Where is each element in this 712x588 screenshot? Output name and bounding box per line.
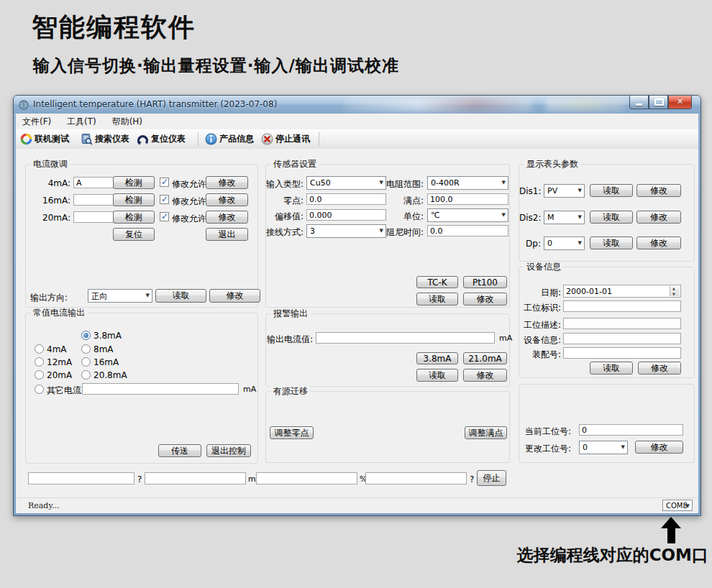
detect-button[interactable]: 检测 — [113, 193, 155, 206]
read-button[interactable]: 读取 — [590, 236, 633, 249]
unit-select[interactable]: ℃ — [427, 208, 508, 222]
send-button[interactable]: 传送 — [158, 444, 201, 457]
exit-button[interactable]: 退出 — [206, 228, 248, 241]
group-device-info: 设备信息 日期: 2000-01-01 工位标识: 工位描述: 设备信息: 装配… — [519, 267, 695, 378]
toolbar-stop-comm[interactable]: 停止通讯 — [261, 132, 310, 146]
monitor-input-1[interactable] — [28, 472, 134, 484]
monitor-input-3[interactable] — [256, 472, 357, 484]
menu-help[interactable]: 帮助(H) — [106, 114, 149, 128]
radio-8ma[interactable] — [81, 344, 91, 354]
other-current-input[interactable] — [82, 383, 239, 395]
allow-modify-checkbox[interactable] — [160, 212, 169, 221]
modify-button[interactable]: 修改 — [635, 441, 683, 454]
radio-20p8ma[interactable] — [81, 370, 91, 380]
detect-button[interactable]: 检测 — [113, 176, 155, 189]
modify-button[interactable]: 修改 — [636, 236, 681, 249]
group-title: 常值电流输出 — [30, 308, 88, 318]
allow-modify-checkbox[interactable] — [160, 178, 169, 187]
read-button[interactable]: 读取 — [416, 293, 458, 306]
trim-20ma-input[interactable] — [73, 211, 114, 223]
allow-modify-checkbox[interactable] — [160, 195, 169, 204]
read-button[interactable]: 读取 — [590, 211, 633, 224]
menu-file[interactable]: 文件(F) — [16, 114, 58, 128]
status-text: Ready... — [28, 501, 60, 510]
radio-20ma[interactable] — [35, 370, 44, 380]
info-icon — [205, 133, 217, 145]
zero-input[interactable] — [306, 193, 386, 205]
alarm-low-button[interactable]: 3.8mA — [416, 352, 458, 364]
adjust-zero-button[interactable]: 调整零点 — [270, 426, 314, 439]
read-button[interactable]: 读取 — [590, 362, 633, 375]
unit-label: 单位: — [381, 211, 424, 223]
reset-button[interactable]: 复位 — [113, 228, 155, 241]
modify-button[interactable]: 修改 — [463, 369, 507, 382]
dis2-select[interactable]: M — [544, 211, 585, 224]
selected-value: COM8 — [666, 502, 688, 510]
alarm-current-input[interactable] — [316, 332, 495, 344]
radio-3p8ma[interactable] — [81, 331, 91, 340]
trim-4ma-input[interactable] — [73, 177, 114, 188]
offset-input[interactable] — [306, 209, 386, 221]
modify-button[interactable]: 修改 — [463, 293, 507, 306]
desc-input[interactable] — [563, 318, 681, 329]
read-button[interactable]: 读取 — [155, 289, 206, 303]
selected-value: 0 — [583, 443, 588, 452]
detect-button[interactable]: 检测 — [113, 211, 155, 224]
maximize-button[interactable] — [649, 96, 668, 109]
monitor-input-2[interactable] — [145, 472, 246, 484]
selected-value: Cu50 — [310, 178, 331, 188]
minimize-button[interactable] — [629, 96, 649, 109]
stop-button[interactable]: 停止 — [477, 470, 506, 486]
group-station: 当前工位号: 更改工位号: 0 修改 — [519, 384, 695, 463]
pt100-button[interactable]: Pt100 — [463, 276, 507, 288]
output-direction-select[interactable]: 正向 — [88, 289, 152, 303]
modify-button[interactable]: 修改 — [638, 362, 681, 375]
dp-select[interactable]: 0 — [544, 236, 585, 250]
radio-label: 20.8mA — [93, 370, 127, 380]
menu-tools[interactable]: 工具(T) — [60, 114, 103, 128]
input-type-select[interactable]: Cu50 — [306, 176, 386, 190]
radio-12ma[interactable] — [35, 357, 44, 367]
trim-16ma-input[interactable] — [73, 194, 114, 206]
toolbar-label: 联机测试 — [35, 133, 69, 145]
read-button[interactable]: 读取 — [590, 184, 633, 197]
dis1-select[interactable]: PV — [544, 184, 585, 198]
toolbar-online-test[interactable]: 联机测试 — [20, 132, 69, 146]
full-input[interactable] — [427, 193, 508, 205]
date-spinner[interactable] — [670, 286, 680, 296]
resistance-range-select[interactable]: 0-400R — [427, 176, 508, 190]
modify-button[interactable]: 修改 — [206, 211, 248, 224]
adjust-full-button[interactable]: 调整满点 — [465, 426, 507, 439]
modify-button[interactable]: 修改 — [206, 193, 248, 206]
change-station-select[interactable]: 0 — [579, 441, 628, 454]
current-station-input[interactable] — [579, 424, 683, 436]
allow-modify-label: 修改允许 — [172, 196, 206, 208]
modify-button[interactable]: 修改 — [636, 211, 681, 224]
monitor-input-4[interactable] — [365, 472, 467, 484]
tag-input[interactable] — [563, 300, 681, 312]
toolbar-reset-instrument[interactable]: 复位仪表 — [137, 132, 186, 146]
wiring-select[interactable]: 3 — [306, 224, 386, 238]
device-info-input[interactable] — [563, 333, 681, 344]
date-input[interactable]: 2000-01-01 — [563, 285, 681, 298]
read-button[interactable]: 读取 — [416, 369, 458, 382]
modify-button[interactable]: 修改 — [209, 289, 260, 303]
radio-other-current[interactable] — [35, 385, 44, 394]
damping-input[interactable] — [427, 225, 508, 236]
alarm-high-button[interactable]: 21.0mA — [463, 352, 507, 364]
selected-value: M — [547, 213, 554, 222]
com-port-select[interactable]: COM8 — [662, 500, 693, 511]
modify-button[interactable]: 修改 — [206, 176, 248, 189]
radio-4ma[interactable] — [35, 344, 44, 354]
change-station-label: 更改工位号: — [519, 443, 571, 455]
radio-16ma[interactable] — [81, 357, 91, 367]
modify-button[interactable]: 修改 — [636, 184, 681, 197]
close-button[interactable] — [668, 96, 692, 109]
toolbar-search-instrument[interactable]: 搜索仪表 — [81, 132, 129, 146]
assembly-input[interactable] — [563, 347, 681, 359]
tck-button[interactable]: TC-K — [416, 276, 458, 288]
selected-value: 3 — [310, 226, 315, 236]
toolbar-label: 产品信息 — [219, 133, 254, 145]
exit-control-button[interactable]: 退出控制 — [206, 444, 251, 457]
toolbar-product-info[interactable]: 产品信息 — [205, 132, 254, 146]
